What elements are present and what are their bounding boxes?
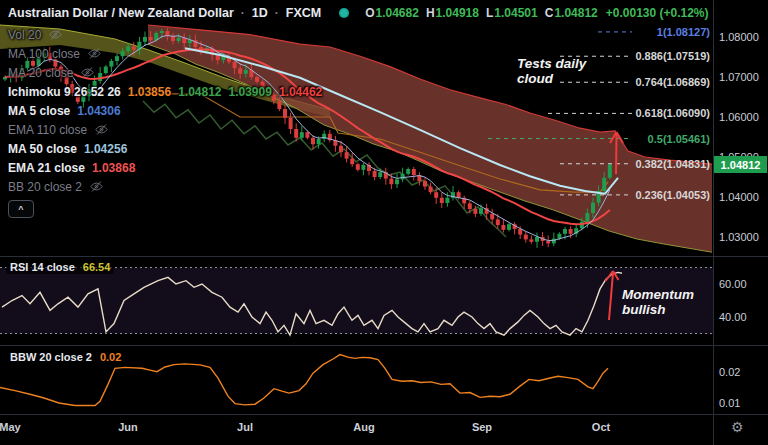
legend-label: Ichimoku 9 26 52 26 bbox=[8, 85, 121, 99]
bbw-legend[interactable]: BBW 20 close 20.02 bbox=[6, 350, 125, 364]
fib-level-label[interactable]: 0.5(1.05461) bbox=[648, 133, 710, 145]
ohlc-item: H1.04918 bbox=[426, 6, 479, 20]
symbol-header: Australian Dollar / New Zealand Dollar ·… bbox=[0, 0, 768, 25]
legend-value: 1.04306 bbox=[77, 104, 120, 118]
legend-label: EMA 110 close bbox=[8, 123, 87, 137]
price-tick: 1.07000 bbox=[719, 71, 759, 83]
ohlc-item: L1.04501 bbox=[486, 6, 538, 20]
month-label: May bbox=[0, 421, 21, 433]
price-tick: 1.03000 bbox=[719, 231, 759, 243]
rsi-tick: 40.00 bbox=[719, 311, 747, 323]
annotation-momentum-bullish[interactable]: Momentum bullish bbox=[622, 287, 694, 317]
legend-value: 1.04812 bbox=[178, 85, 221, 99]
symbol-title[interactable]: Australian Dollar / New Zealand Dollar bbox=[8, 6, 234, 20]
month-label: Oct bbox=[592, 421, 610, 433]
bbw-tick: 0.01 bbox=[719, 397, 740, 409]
last-price-badge: 1.04812 bbox=[714, 156, 767, 173]
legend-label: Vol 20 bbox=[8, 28, 41, 42]
legend-value: 1.03856 bbox=[128, 85, 171, 99]
legend-label: BB 20 close 2 bbox=[8, 180, 82, 194]
legend-row-ma-20-close[interactable]: MA 20 close bbox=[8, 63, 322, 82]
ohlc-values: O1.04682H1.04918L1.04501C1.04812 bbox=[365, 6, 598, 20]
annotation-tests-daily-cloud[interactable]: Tests daily cloud bbox=[517, 56, 586, 86]
legend-row-ma-100-close[interactable]: MA 100 close bbox=[8, 44, 322, 63]
rsi-pane[interactable] bbox=[0, 268, 713, 336]
fib-level-label[interactable]: 0.618(1.06090) bbox=[635, 107, 710, 119]
legend-label: EMA 21 close bbox=[8, 161, 85, 175]
legend-row-vol-20[interactable]: Vol 20 bbox=[8, 25, 322, 44]
legend-row-ema-21-close[interactable]: EMA 21 close1.03868 bbox=[8, 158, 322, 177]
price-tick: 1.08000 bbox=[719, 31, 759, 43]
axis-settings-gear-icon[interactable]: ⚙ bbox=[731, 419, 744, 435]
fib-level-label[interactable]: 0.382(1.04831) bbox=[635, 158, 710, 170]
visibility-off-icon[interactable] bbox=[80, 65, 95, 80]
legend-label: MA 100 close bbox=[8, 47, 80, 61]
legend-row-ma-5-close[interactable]: MA 5 close1.04306 bbox=[8, 101, 322, 120]
month-label: Sep bbox=[472, 421, 492, 433]
legend-row-ichimoku-9-26-52-26[interactable]: Ichimoku 9 26 52 261.038561.048121.03909… bbox=[8, 82, 322, 101]
bbw-tick: 0.02 bbox=[719, 366, 740, 378]
rsi-tick: 60.00 bbox=[719, 278, 747, 290]
legend-collapse-button[interactable]: ^ bbox=[8, 200, 34, 218]
interval-label[interactable]: 1D bbox=[252, 6, 268, 20]
title-separator: · bbox=[241, 6, 245, 20]
legend-label: MA 20 close bbox=[8, 66, 73, 80]
visibility-off-icon[interactable] bbox=[48, 27, 63, 42]
legend-value: 1.04462 bbox=[279, 85, 322, 99]
price-tick: 1.04000 bbox=[719, 191, 759, 203]
legend-label: MA 5 close bbox=[8, 104, 70, 118]
visibility-off-icon[interactable] bbox=[94, 122, 109, 137]
legend-label: MA 50 close bbox=[8, 142, 77, 156]
fib-level-label[interactable]: 0.764(1.06869) bbox=[635, 76, 710, 88]
legend-value: 1.04256 bbox=[84, 142, 127, 156]
indicator-legend: Vol 20MA 100 closeMA 20 closeIchimoku 9 … bbox=[8, 25, 322, 196]
time-axis[interactable]: MayJunJulAugSepOct bbox=[0, 415, 768, 445]
month-label: Jul bbox=[237, 421, 253, 433]
price-tick: 1.06000 bbox=[719, 111, 759, 123]
legend-value: 1.03909 bbox=[229, 85, 272, 99]
month-label: Aug bbox=[353, 421, 374, 433]
legend-value: 1.03868 bbox=[92, 161, 135, 175]
fib-level-label[interactable]: 0.886(1.07519) bbox=[635, 50, 710, 62]
legend-row-bb-20-close-2[interactable]: BB 20 close 2 bbox=[8, 177, 322, 196]
trading-chart-app: Australian Dollar / New Zealand Dollar ·… bbox=[0, 0, 768, 445]
price-change: +0.00130 (+0.12%) bbox=[606, 6, 709, 20]
visibility-off-icon[interactable] bbox=[89, 179, 104, 194]
month-label: Jun bbox=[118, 421, 138, 433]
fib-level-label[interactable]: 0.236(1.04053) bbox=[635, 189, 710, 201]
rsi-legend[interactable]: RSI 14 close66.54 bbox=[6, 260, 114, 274]
ohlc-item: C1.04812 bbox=[545, 6, 598, 20]
visibility-off-icon[interactable] bbox=[87, 46, 102, 61]
fib-level-label[interactable]: 1(1.08127) bbox=[657, 26, 710, 38]
ohlc-item: O1.04682 bbox=[365, 6, 419, 20]
exchange-label: FXCM bbox=[286, 6, 321, 20]
market-status-dot[interactable] bbox=[339, 8, 349, 18]
legend-row-ema-110-close[interactable]: EMA 110 close bbox=[8, 120, 322, 139]
legend-row-ma-50-close[interactable]: MA 50 close1.04256 bbox=[8, 139, 322, 158]
title-separator: · bbox=[275, 6, 279, 20]
